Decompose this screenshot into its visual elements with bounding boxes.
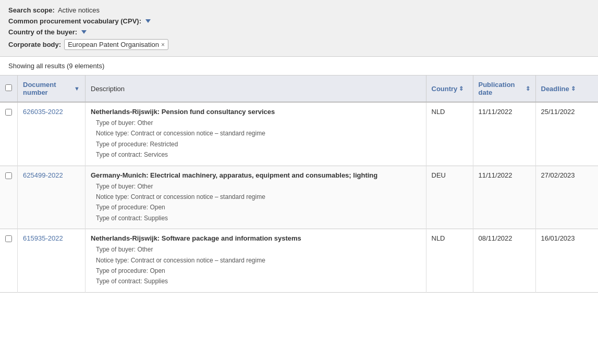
row-description-cell: Netherlands-Rijswijk: Software package a…	[86, 229, 426, 293]
row-pub-date: 11/11/2022	[479, 108, 512, 116]
country-buyer-filter-icon[interactable]	[81, 30, 87, 34]
row-doc-number-cell: 615935-2022	[18, 229, 86, 293]
corporate-body-close-icon[interactable]: ×	[161, 42, 165, 48]
header-checkbox-cell	[0, 76, 18, 102]
row-meta-item: Type of procedure: Open	[96, 266, 421, 276]
select-all-checkbox[interactable]	[5, 84, 12, 91]
table-row: 615935-2022Netherlands-Rijswijk: Softwar…	[0, 229, 598, 293]
row-deadline-cell: 16/01/2023	[535, 229, 598, 293]
row-doc-number-cell: 626035-2022	[18, 102, 86, 166]
row-meta-item: Type of contract: Services	[96, 149, 421, 160]
document-number-sort-arrow: ▼	[74, 85, 80, 92]
search-scope-label: Search scope:	[8, 6, 55, 14]
search-scope-value: Active notices	[58, 6, 100, 14]
row-checkbox-cell	[0, 229, 18, 293]
document-number-sort-link[interactable]: Document number ▼	[23, 81, 80, 96]
deadline-sort-link[interactable]: Deadline ⇕	[541, 85, 576, 93]
row-checkbox-cell	[0, 102, 18, 166]
row-meta-item: Type of contract: Supplies	[96, 213, 421, 223]
row-pub-date-cell: 11/11/2022	[473, 102, 535, 166]
cpv-row: Common procurement vocabulary (CPV):	[8, 17, 590, 25]
row-doc-link[interactable]: 626035-2022	[23, 108, 63, 116]
row-meta-item: Type of buyer: Other	[96, 118, 421, 128]
header-description: Description	[86, 76, 426, 102]
corporate-body-label: Corporate body:	[8, 41, 61, 48]
row-description-meta: Type of buyer: OtherNotice type: Contrac…	[91, 181, 421, 224]
header-country: Country ⇕	[426, 76, 473, 102]
row-description-title: Germany-Munich: Electrical machinery, ap…	[91, 171, 421, 179]
row-meta-item: Notice type: Contract or concession noti…	[96, 192, 421, 202]
deadline-sort-arrow: ⇕	[571, 85, 576, 92]
row-country: NLD	[432, 108, 445, 116]
row-description-title: Netherlands-Rijswijk: Pension fund consu…	[91, 108, 421, 116]
row-deadline-cell: 27/02/2023	[535, 166, 598, 229]
results-summary: Showing all results (9 elements)	[0, 57, 598, 75]
row-meta-item: Type of procedure: Restricted	[96, 139, 421, 149]
filter-section: Search scope: Active notices Common proc…	[0, 0, 598, 57]
row-pub-date: 08/11/2022	[479, 234, 512, 242]
row-description-cell: Germany-Munich: Electrical machinery, ap…	[86, 166, 426, 229]
row-meta-item: Type of contract: Supplies	[96, 276, 421, 286]
table-row: 625499-2022Germany-Munich: Electrical ma…	[0, 166, 598, 229]
row-meta-item: Notice type: Contract or concession noti…	[96, 255, 421, 266]
cpv-label: Common procurement vocabulary (CPV):	[8, 17, 141, 25]
row-deadline: 16/01/2023	[541, 234, 575, 242]
row-meta-item: Type of buyer: Other	[96, 181, 421, 192]
results-table-wrapper: Document number ▼ Description Country ⇕ …	[0, 75, 598, 293]
header-document-number: Document number ▼	[18, 76, 86, 102]
row-description-title: Netherlands-Rijswijk: Software package a…	[91, 234, 421, 242]
row-country: NLD	[432, 234, 445, 242]
corporate-body-tag-text: European Patent Organisation	[68, 41, 159, 48]
table-body: 626035-2022Netherlands-Rijswijk: Pension…	[0, 102, 598, 292]
row-description-meta: Type of buyer: OtherNotice type: Contrac…	[91, 244, 421, 287]
header-deadline: Deadline ⇕	[535, 76, 598, 102]
row-doc-number-cell: 625499-2022	[18, 166, 86, 229]
row-checkbox[interactable]	[5, 235, 12, 242]
country-sort-arrow: ⇕	[459, 85, 463, 92]
row-meta-item: Type of buyer: Other	[96, 244, 421, 255]
row-pub-date: 11/11/2022	[479, 171, 512, 179]
row-deadline-cell: 25/11/2022	[535, 102, 598, 166]
cpv-filter-icon[interactable]	[145, 19, 151, 23]
row-checkbox[interactable]	[5, 172, 12, 179]
row-deadline: 27/02/2023	[541, 171, 575, 179]
row-description-cell: Netherlands-Rijswijk: Pension fund consu…	[86, 102, 426, 166]
header-publication-date: Publication date ⇕	[473, 76, 535, 102]
row-checkbox-cell	[0, 166, 18, 229]
row-pub-date-cell: 08/11/2022	[473, 229, 535, 293]
corporate-body-tag[interactable]: European Patent Organisation ×	[64, 39, 168, 50]
row-doc-link[interactable]: 625499-2022	[23, 171, 63, 179]
publication-date-sort-link[interactable]: Publication date ⇕	[479, 81, 530, 96]
table-header-row: Document number ▼ Description Country ⇕ …	[0, 76, 598, 102]
country-sort-link[interactable]: Country ⇕	[432, 85, 464, 93]
row-meta-item: Notice type: Contract or concession noti…	[96, 128, 421, 139]
corporate-body-row: Corporate body: European Patent Organisa…	[8, 39, 590, 50]
row-country: DEU	[432, 171, 446, 179]
row-country-cell: DEU	[426, 166, 473, 229]
row-pub-date-cell: 11/11/2022	[473, 166, 535, 229]
search-scope-row: Search scope: Active notices	[8, 6, 590, 14]
row-meta-item: Type of procedure: Open	[96, 202, 421, 212]
table-row: 626035-2022Netherlands-Rijswijk: Pension…	[0, 102, 598, 166]
results-table: Document number ▼ Description Country ⇕ …	[0, 76, 598, 293]
row-checkbox[interactable]	[5, 109, 12, 116]
country-buyer-label: Country of the buyer:	[8, 28, 77, 36]
row-doc-link[interactable]: 615935-2022	[23, 234, 63, 242]
row-country-cell: NLD	[426, 229, 473, 293]
publication-date-sort-arrow: ⇕	[526, 85, 530, 92]
row-country-cell: NLD	[426, 102, 473, 166]
row-description-meta: Type of buyer: OtherNotice type: Contrac…	[91, 118, 421, 160]
country-buyer-row: Country of the buyer:	[8, 28, 590, 36]
row-deadline: 25/11/2022	[541, 108, 575, 116]
